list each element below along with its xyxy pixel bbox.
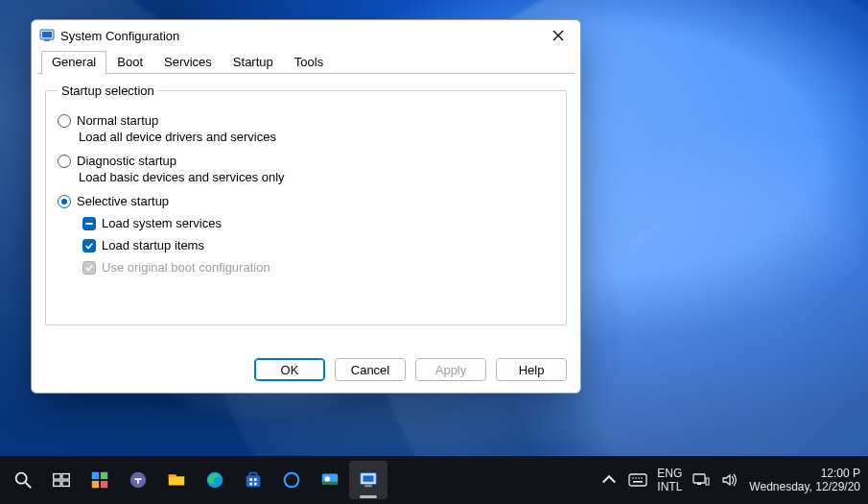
close-button[interactable] bbox=[536, 20, 580, 51]
svg-point-22 bbox=[285, 473, 299, 488]
system-configuration-dialog: System Configuration General Boot Servic… bbox=[31, 19, 581, 394]
svg-point-3 bbox=[16, 473, 27, 484]
task-view-icon[interactable] bbox=[42, 461, 81, 499]
svg-rect-9 bbox=[92, 472, 99, 479]
language-line1: ENG bbox=[657, 467, 682, 480]
option-normal-startup[interactable]: Normal startup Load all device drivers a… bbox=[58, 113, 554, 144]
desktop-wallpaper: System Configuration General Boot Servic… bbox=[0, 0, 868, 504]
clock-date: Wednesday, 12/29/20 bbox=[749, 480, 860, 493]
startup-selection-group: Startup selection Normal startup Load al… bbox=[45, 84, 567, 325]
svg-rect-6 bbox=[62, 474, 69, 480]
svg-rect-36 bbox=[697, 483, 701, 485]
svg-point-24 bbox=[325, 476, 331, 482]
svg-point-30 bbox=[633, 477, 635, 479]
check-startup-items-row[interactable]: Load startup items bbox=[82, 238, 554, 252]
apply-button: Apply bbox=[415, 358, 486, 381]
radio-selective[interactable] bbox=[58, 195, 71, 208]
option-diagnostic-startup[interactable]: Diagnostic startup Load basic devices an… bbox=[58, 154, 554, 184]
tray-overflow-icon[interactable] bbox=[599, 470, 619, 490]
help-button[interactable]: Help bbox=[496, 358, 567, 381]
svg-rect-10 bbox=[101, 472, 107, 479]
tab-panel-general: Startup selection Normal startup Load al… bbox=[32, 74, 580, 352]
tab-strip: General Boot Services Startup Tools bbox=[32, 51, 580, 74]
msconfig-icon bbox=[39, 28, 55, 43]
check-system-services-row[interactable]: Load system services bbox=[82, 216, 554, 230]
svg-rect-11 bbox=[92, 481, 99, 488]
tab-services[interactable]: Services bbox=[153, 51, 223, 74]
svg-rect-7 bbox=[54, 481, 60, 487]
keyboard-layout-icon[interactable] bbox=[628, 470, 647, 490]
volume-icon[interactable] bbox=[720, 470, 739, 490]
cortana-icon[interactable] bbox=[272, 461, 311, 499]
file-explorer-icon[interactable] bbox=[157, 461, 196, 499]
tab-general[interactable]: General bbox=[41, 51, 106, 75]
edge-icon[interactable] bbox=[196, 461, 234, 499]
svg-rect-18 bbox=[249, 478, 252, 481]
network-icon[interactable] bbox=[692, 470, 711, 490]
checkbox-startup-items-label: Load startup items bbox=[102, 238, 204, 252]
radio-normal-label: Normal startup bbox=[77, 113, 158, 128]
svg-rect-29 bbox=[629, 474, 646, 486]
pinned-app-icon[interactable] bbox=[311, 461, 349, 499]
window-title: System Configuration bbox=[60, 29, 179, 43]
svg-rect-19 bbox=[254, 478, 257, 481]
checkbox-original-boot bbox=[82, 261, 96, 275]
radio-diagnostic-sub: Load basic devices and services only bbox=[79, 170, 554, 184]
svg-rect-20 bbox=[249, 483, 252, 486]
taskbar: ENG INTL 12:00 P Wednesday, 12/29/20 bbox=[0, 456, 868, 504]
msconfig-taskbar-icon[interactable] bbox=[349, 461, 387, 499]
svg-rect-27 bbox=[364, 475, 374, 481]
svg-rect-17 bbox=[249, 473, 256, 477]
svg-line-4 bbox=[26, 483, 32, 489]
ok-button[interactable]: OK bbox=[254, 358, 325, 381]
cancel-button[interactable]: Cancel bbox=[335, 358, 406, 381]
svg-rect-12 bbox=[101, 481, 107, 488]
tab-startup[interactable]: Startup bbox=[223, 51, 284, 74]
language-indicator[interactable]: ENG INTL bbox=[657, 467, 682, 493]
language-line2: INTL bbox=[657, 480, 682, 493]
svg-rect-8 bbox=[62, 481, 69, 487]
checkbox-system-services[interactable] bbox=[82, 217, 96, 230]
svg-rect-25 bbox=[322, 482, 339, 485]
radio-normal-sub: Load all device drivers and services bbox=[79, 130, 554, 144]
widgets-icon[interactable] bbox=[81, 461, 119, 499]
svg-rect-35 bbox=[693, 474, 705, 483]
clock[interactable]: 12:00 P Wednesday, 12/29/20 bbox=[749, 467, 860, 493]
radio-normal[interactable] bbox=[58, 114, 71, 128]
svg-rect-1 bbox=[42, 32, 52, 37]
svg-rect-21 bbox=[254, 483, 257, 486]
store-icon[interactable] bbox=[234, 461, 272, 499]
svg-point-32 bbox=[639, 477, 641, 479]
svg-rect-2 bbox=[44, 39, 50, 41]
svg-point-33 bbox=[642, 477, 644, 479]
svg-rect-28 bbox=[364, 485, 371, 488]
radio-selective-label: Selective startup bbox=[77, 194, 169, 208]
check-original-boot-row: Use original boot configuration bbox=[82, 260, 554, 275]
radio-diagnostic-label: Diagnostic startup bbox=[77, 154, 176, 168]
radio-diagnostic[interactable] bbox=[58, 155, 71, 168]
checkbox-original-boot-label: Use original boot configuration bbox=[102, 260, 270, 275]
svg-point-31 bbox=[636, 477, 638, 479]
svg-rect-34 bbox=[633, 481, 643, 483]
svg-rect-5 bbox=[54, 474, 60, 480]
checkbox-system-services-label: Load system services bbox=[102, 216, 222, 230]
group-legend: Startup selection bbox=[58, 84, 158, 98]
svg-rect-14 bbox=[169, 475, 176, 478]
tab-tools[interactable]: Tools bbox=[284, 51, 334, 74]
titlebar: System Configuration bbox=[32, 20, 580, 51]
teams-chat-icon[interactable] bbox=[119, 461, 157, 499]
search-icon[interactable] bbox=[4, 461, 42, 499]
option-selective-startup[interactable]: Selective startup Load system services L… bbox=[58, 194, 554, 275]
tab-boot[interactable]: Boot bbox=[106, 51, 153, 74]
checkbox-startup-items[interactable] bbox=[82, 239, 96, 252]
clock-time: 12:00 P bbox=[749, 467, 860, 480]
dialog-button-row: OK Cancel Apply Help bbox=[32, 352, 580, 393]
